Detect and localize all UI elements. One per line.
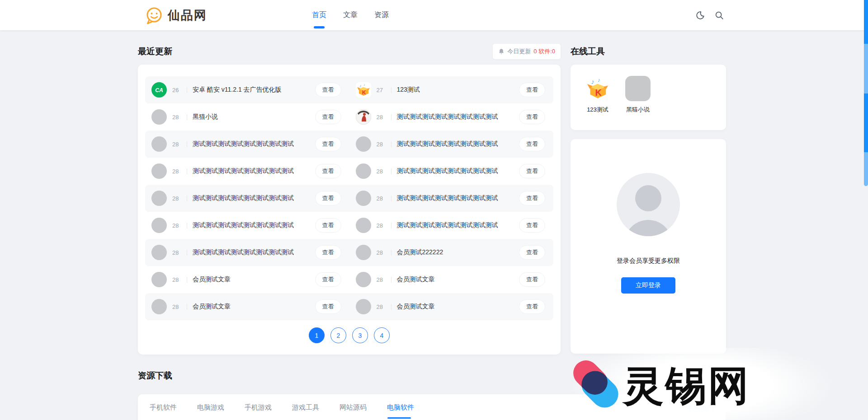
item-title[interactable]: 安卓 酷安 v11.2.1 去广告优化版 [193, 86, 315, 94]
divider [391, 141, 392, 147]
site-logo[interactable]: 仙品网 [145, 0, 207, 30]
view-button[interactable]: 查看 [519, 191, 545, 205]
divider [391, 196, 392, 201]
item-number: 28 [377, 303, 387, 310]
downloads-title: 资源下载 [138, 370, 172, 382]
view-button[interactable]: 查看 [519, 110, 545, 124]
list-item[interactable]: 28会员测试文章查看 [349, 293, 554, 320]
item-title[interactable]: 黑猫小说 [193, 113, 315, 121]
item-title[interactable]: 测试测试测试测试测试测试测试测试 [397, 140, 519, 148]
item-number: 28 [172, 276, 182, 283]
gray-circle-icon [151, 109, 167, 125]
svg-text:♪: ♪ [363, 83, 365, 86]
list-item[interactable]: 28测试测试测试测试测试测试测试测试查看 [349, 158, 554, 185]
list-item[interactable]: 28黑猫小说查看 [145, 103, 349, 131]
list-item[interactable]: 28会员测试文章查看 [349, 266, 554, 293]
list-item[interactable]: 28测试测试测试测试测试测试测试测试查看 [349, 185, 554, 212]
gray-circle-icon [356, 136, 371, 152]
login-button[interactable]: 立即登录 [621, 277, 675, 294]
item-title[interactable]: 123测试 [397, 86, 519, 94]
view-button[interactable]: 查看 [315, 110, 341, 124]
dark-mode-moon-icon[interactable] [695, 10, 705, 20]
sidebar: 在线工具 K♪♪123测试黑猫小说 登录会员享受更多权限 立即登录 [571, 45, 726, 354]
site-title: 仙品网 [168, 7, 207, 23]
item-title[interactable]: 测试测试测试测试测试测试测试测试 [397, 113, 519, 121]
search-icon[interactable] [714, 10, 724, 20]
view-button[interactable]: 查看 [315, 137, 341, 151]
tool-item[interactable]: 黑猫小说 [623, 76, 653, 119]
item-title[interactable]: 测试测试测试测试测试测试测试测试 [193, 167, 315, 175]
list-row: CA26安卓 酷安 v11.2.1 去广告优化版查看K♪♪27123测试查看 [145, 76, 553, 103]
list-item[interactable]: 28会员测试222222查看 [349, 239, 554, 266]
item-title[interactable]: 测试测试测试测试测试测试测试测试 [397, 221, 519, 229]
item-title[interactable]: 测试测试测试测试测试测试测试测试 [193, 140, 315, 148]
list-item[interactable]: 28测试测试测试测试测试测试测试测试查看 [145, 212, 349, 239]
download-tab[interactable]: 网站源码 [340, 403, 367, 419]
gray-circle-icon [356, 245, 371, 260]
divider [391, 304, 392, 310]
list-item[interactable]: 28会员测试文章查看 [145, 266, 349, 293]
view-button[interactable]: 查看 [315, 299, 341, 314]
list-item[interactable]: 28测试测试测试测试测试测试测试测试查看 [349, 103, 554, 131]
divider [391, 168, 392, 174]
view-button[interactable]: 查看 [315, 272, 341, 287]
item-title[interactable]: 测试测试测试测试测试测试测试测试 [193, 194, 315, 202]
view-button[interactable]: 查看 [519, 218, 545, 233]
online-tools-card: K♪♪123测试黑猫小说 [571, 65, 726, 130]
item-number: 28 [377, 276, 387, 283]
download-tab[interactable]: 电脑软件 [387, 403, 414, 419]
view-button[interactable]: 查看 [519, 272, 545, 287]
view-button[interactable]: 查看 [315, 245, 341, 260]
page-button[interactable]: 1 [309, 327, 325, 343]
item-title[interactable]: 测试测试测试测试测试测试测试测试 [193, 221, 315, 229]
item-title[interactable]: 会员测试文章 [397, 303, 519, 311]
item-title[interactable]: 测试测试测试测试测试测试测试测试 [193, 248, 315, 257]
item-title[interactable]: 测试测试测试测试测试测试测试测试 [397, 167, 519, 175]
list-item[interactable]: 28测试测试测试测试测试测试测试测试查看 [145, 185, 349, 212]
view-button[interactable]: 查看 [519, 164, 545, 178]
item-title[interactable]: 测试测试测试测试测试测试测试测试 [397, 194, 519, 202]
list-item[interactable]: K♪♪27123测试查看 [349, 76, 554, 103]
view-button[interactable]: 查看 [519, 83, 545, 97]
item-number: 28 [172, 141, 182, 148]
divider [391, 277, 392, 283]
item-title[interactable]: 会员测试文章 [193, 303, 315, 311]
page-button[interactable]: 3 [352, 327, 368, 343]
list-item[interactable]: 28测试测试测试测试测试测试测试测试查看 [145, 131, 349, 158]
page-button[interactable]: 4 [374, 327, 390, 343]
list-item[interactable]: 28测试测试测试测试测试测试测试测试查看 [349, 131, 554, 158]
download-tab[interactable]: 手机软件 [150, 403, 177, 419]
view-button[interactable]: 查看 [315, 218, 341, 233]
download-tab[interactable]: 电脑游戏 [197, 403, 224, 419]
view-button[interactable]: 查看 [519, 299, 545, 314]
list-item[interactable]: 28测试测试测试测试测试测试测试测试查看 [145, 158, 349, 185]
login-card: 登录会员享受更多权限 立即登录 [571, 139, 726, 354]
watermark-text: 灵锡网 [623, 359, 750, 414]
view-button[interactable]: 查看 [519, 245, 545, 260]
download-tab[interactable]: 手机游戏 [245, 403, 272, 419]
nav-item[interactable]: 资源 [374, 0, 389, 30]
list-item[interactable]: CA26安卓 酷安 v11.2.1 去广告优化版查看 [145, 76, 349, 103]
list-item[interactable]: 28测试测试测试测试测试测试测试测试查看 [349, 212, 554, 239]
item-number: 28 [377, 168, 387, 175]
page-scrollbar[interactable] [864, 0, 868, 186]
view-button[interactable]: 查看 [315, 191, 341, 205]
list-item[interactable]: 28会员测试文章查看 [145, 293, 349, 320]
avatar-head-shape [635, 185, 661, 211]
view-button[interactable]: 查看 [315, 164, 341, 178]
tool-item[interactable]: K♪♪123测试 [583, 76, 613, 119]
list-item[interactable]: 28测试测试测试测试测试测试测试测试查看 [145, 239, 349, 266]
badge-label: 今日更新 [507, 47, 531, 56]
item-title[interactable]: 会员测试222222 [397, 248, 519, 257]
gray-circle-icon [151, 163, 167, 179]
svg-text:K: K [595, 88, 602, 98]
view-button[interactable]: 查看 [315, 83, 341, 97]
nav-item[interactable]: 首页 [312, 0, 326, 30]
list-row: 28测试测试测试测试测试测试测试测试查看28会员测试222222查看 [145, 239, 553, 266]
item-title[interactable]: 会员测试文章 [193, 275, 315, 284]
nav-item[interactable]: 文章 [343, 0, 358, 30]
download-tab[interactable]: 游戏工具 [292, 403, 319, 419]
view-button[interactable]: 查看 [519, 137, 545, 151]
item-title[interactable]: 会员测试文章 [397, 275, 519, 284]
page-button[interactable]: 2 [330, 327, 346, 343]
